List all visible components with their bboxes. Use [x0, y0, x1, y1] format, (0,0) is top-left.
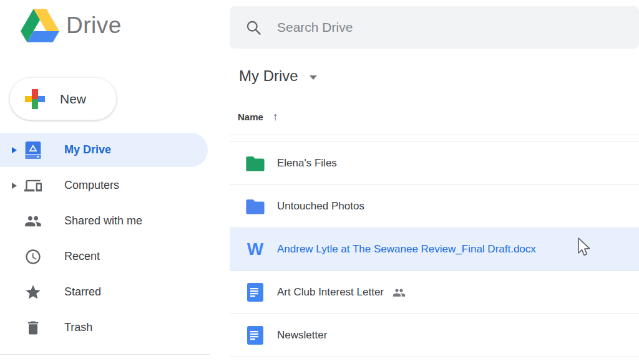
new-button-label: New: [60, 92, 86, 107]
search-input[interactable]: [230, 6, 639, 49]
expand-arrow-icon[interactable]: [12, 183, 17, 189]
expand-arrow-icon[interactable]: [12, 147, 17, 153]
sidebar-item-label: My Drive: [64, 143, 111, 156]
my-drive-icon: [24, 140, 42, 161]
sidebar-item-starred[interactable]: Starred: [0, 274, 225, 310]
drive-logo[interactable]: Drive: [21, 8, 122, 43]
sidebar-item-label: Recent: [64, 250, 100, 263]
main-content: My Drive Name ↑ Elena's Files: [225, 0, 639, 364]
name-header-label: Name: [238, 112, 263, 122]
sidebar-item-shared-with-me[interactable]: Shared with me: [0, 203, 225, 239]
list-item-folder[interactable]: Elena's Files: [230, 142, 639, 185]
folder-icon: [246, 196, 265, 216]
page-title: My Drive: [239, 67, 298, 85]
file-name: Elena's Files: [277, 157, 337, 170]
file-name: Untouched Photos: [277, 200, 364, 213]
breadcrumb[interactable]: My Drive: [239, 67, 317, 85]
sidebar-divider: [0, 354, 210, 355]
computers-icon: [24, 175, 42, 196]
mouse-cursor: [577, 237, 592, 257]
new-button[interactable]: New: [9, 77, 117, 120]
file-name: Andrew Lytle at The Sewanee Review_Final…: [277, 243, 536, 256]
sidebar-item-recent[interactable]: Recent: [0, 239, 225, 274]
file-name: Art Club Interest Letter: [277, 286, 384, 299]
sidebar: Drive New: [0, 0, 225, 364]
google-doc-icon: [246, 282, 265, 302]
file-name: Newsletter: [277, 329, 327, 342]
sidebar-item-label: Computers: [64, 179, 119, 192]
sidebar-nav: My Drive Computers Shared with me R: [0, 132, 225, 345]
sidebar-item-label: Shared with me: [64, 214, 142, 228]
trash-icon: [24, 317, 42, 338]
people-icon: [24, 211, 42, 232]
search-bar: [230, 6, 639, 49]
sidebar-item-label: Trash: [64, 321, 92, 334]
drive-logo-text: Drive: [66, 12, 122, 39]
google-drive-window: Drive New: [0, 0, 639, 364]
clock-icon: [24, 246, 42, 267]
google-doc-icon: [246, 325, 265, 345]
star-icon: [24, 282, 42, 303]
chevron-down-icon: [310, 75, 317, 80]
list-item-google-doc[interactable]: Newsletter: [230, 314, 639, 357]
folder-icon: [246, 153, 265, 173]
list-item-google-doc[interactable]: Art Club Interest Letter: [230, 271, 639, 314]
plus-icon: [24, 88, 46, 110]
sidebar-item-label: Starred: [64, 285, 101, 299]
word-doc-icon: W: [246, 239, 265, 259]
sidebar-item-computers[interactable]: Computers: [0, 168, 225, 203]
header-divider: [230, 135, 639, 135]
name-column-header[interactable]: Name ↑: [238, 111, 278, 122]
shared-people-icon: [393, 286, 406, 299]
sidebar-item-my-drive[interactable]: My Drive: [0, 132, 225, 168]
list-item-folder[interactable]: Untouched Photos: [230, 185, 639, 228]
sidebar-item-trash[interactable]: Trash: [0, 310, 225, 345]
sort-ascending-icon: ↑: [273, 111, 278, 122]
search-icon[interactable]: [245, 19, 262, 36]
drive-triangle-icon: [21, 8, 59, 43]
